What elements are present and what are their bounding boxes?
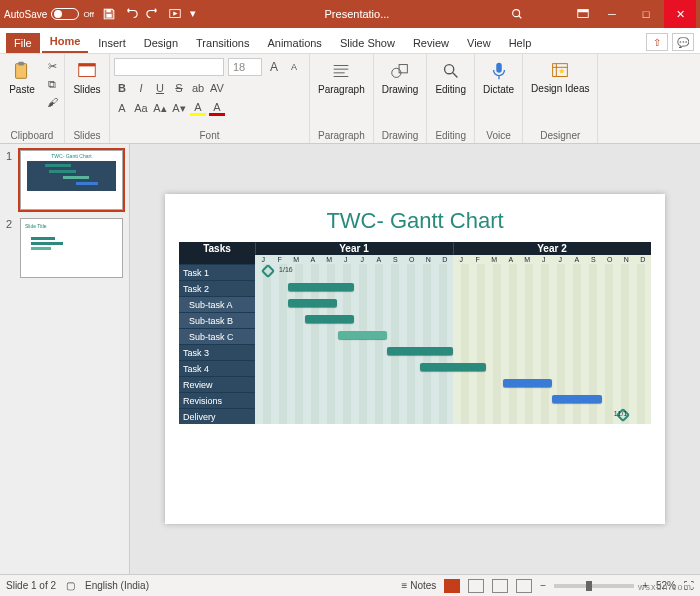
strike-button[interactable]: S	[171, 80, 187, 96]
gantt-row-label: Sub-task B	[179, 312, 255, 328]
quick-access-toolbar: AutoSave Off ▾	[4, 7, 204, 21]
workspace: 1 TWC- Gantt Chart 2 Slide Title	[0, 144, 700, 574]
slideshow-view-icon[interactable]	[516, 579, 532, 593]
clear-format-icon[interactable]: A	[114, 100, 130, 116]
tab-slideshow[interactable]: Slide Show	[332, 33, 403, 53]
slide[interactable]: TWC- Gantt Chart Tasks Year 1 Year 2 JFM…	[165, 194, 665, 524]
gantt-chart[interactable]: Tasks Year 1 Year 2 JFMAMJJASOND JFMAMJJ…	[179, 242, 651, 424]
editing-button[interactable]: Editing	[431, 58, 470, 97]
status-bar: Slide 1 of 2 ▢ English (India) ≡ Notes −…	[0, 574, 700, 596]
gantt-tasks-header: Tasks	[179, 242, 255, 255]
paste-button[interactable]: Paste	[4, 58, 40, 97]
slide-title[interactable]: TWC- Gantt Chart	[179, 208, 651, 234]
font-color-button[interactable]: A	[209, 100, 225, 116]
document-title: Presentatio...	[210, 8, 504, 20]
font-size-combo[interactable]: 18	[228, 58, 262, 76]
paragraph-button[interactable]: Paragraph	[314, 58, 369, 97]
shadow-button[interactable]: ab	[190, 80, 206, 96]
tab-file[interactable]: File	[6, 33, 40, 53]
group-slides: Slides Slides	[65, 54, 110, 143]
autosave-toggle[interactable]: AutoSave Off	[4, 8, 94, 20]
comments-button[interactable]: 💬	[672, 33, 694, 51]
notes-button[interactable]: ≡ Notes	[402, 580, 437, 591]
thumbnail-preview[interactable]: TWC- Gantt Chart	[20, 150, 123, 210]
toggle-track[interactable]	[51, 8, 79, 20]
maximize-button[interactable]: □	[630, 0, 662, 28]
tab-design[interactable]: Design	[136, 33, 186, 53]
group-font: 18 A A B I U S ab AV A Aa A▴ A▾ A A Font	[110, 54, 310, 143]
tab-help[interactable]: Help	[501, 33, 540, 53]
font-shrink-icon[interactable]: A▾	[171, 100, 187, 116]
bold-button[interactable]: B	[114, 80, 130, 96]
underline-button[interactable]: U	[152, 80, 168, 96]
close-button[interactable]: ✕	[664, 0, 696, 28]
cut-icon[interactable]: ✂	[44, 58, 60, 74]
thumbnail-preview[interactable]: Slide Title	[20, 218, 123, 278]
redo-icon[interactable]	[146, 7, 160, 21]
dictate-button[interactable]: Dictate	[479, 58, 518, 97]
group-voice: Dictate Voice	[475, 54, 523, 143]
shrink-font-icon[interactable]: A	[286, 59, 302, 75]
svg-rect-3	[578, 10, 589, 13]
char-spacing-button[interactable]: AV	[209, 80, 225, 96]
minimize-button[interactable]: ─	[596, 0, 628, 28]
group-drawing: Drawing Drawing	[374, 54, 428, 143]
undo-icon[interactable]	[124, 7, 138, 21]
svg-rect-12	[553, 64, 568, 77]
gantt-months-y1: JFMAMJJASOND	[255, 255, 453, 264]
ribbon-display-icon[interactable]	[576, 7, 590, 21]
tab-insert[interactable]: Insert	[90, 33, 134, 53]
italic-button[interactable]: I	[133, 80, 149, 96]
gantt-year1-header: Year 1	[255, 242, 453, 255]
zoom-slider[interactable]	[554, 584, 634, 588]
language-status[interactable]: English (India)	[85, 580, 149, 591]
ribbon: Paste ✂ ⧉ 🖌 Clipboard Slides Slides 18 A…	[0, 54, 700, 144]
highlight-color-button[interactable]: A	[190, 100, 206, 116]
reading-view-icon[interactable]	[492, 579, 508, 593]
autosave-state: Off	[83, 10, 94, 19]
tab-transitions[interactable]: Transitions	[188, 33, 257, 53]
change-case-button[interactable]: Aa	[133, 100, 149, 116]
thumbnail-2[interactable]: 2 Slide Title	[6, 218, 123, 278]
ribbon-tabs: File Home Insert Design Transitions Anim…	[0, 28, 700, 54]
group-paragraph: Paragraph Paragraph	[310, 54, 374, 143]
tab-review[interactable]: Review	[405, 33, 457, 53]
slide-count[interactable]: Slide 1 of 2	[6, 580, 56, 591]
thumbnail-1[interactable]: 1 TWC- Gantt Chart	[6, 150, 123, 210]
accessibility-icon[interactable]: ▢	[66, 580, 75, 591]
dropdown-icon[interactable]: ▾	[190, 7, 204, 21]
grow-font-icon[interactable]: A	[266, 59, 282, 75]
gantt-row-label: Task 2	[179, 280, 255, 296]
normal-view-icon[interactable]	[444, 579, 460, 593]
slide-thumbnails-pane[interactable]: 1 TWC- Gantt Chart 2 Slide Title	[0, 144, 130, 574]
gantt-row-label: Task 3	[179, 344, 255, 360]
gantt-year2-header: Year 2	[453, 242, 651, 255]
zoom-out-icon[interactable]: −	[540, 580, 546, 591]
save-icon[interactable]	[102, 7, 116, 21]
slides-button[interactable]: Slides	[69, 58, 105, 97]
gantt-row-label: Task 1	[179, 264, 255, 280]
drawing-button[interactable]: Drawing	[378, 58, 423, 97]
format-painter-icon[interactable]: 🖌	[44, 94, 60, 110]
tab-animations[interactable]: Animations	[259, 33, 329, 53]
start-from-beginning-icon[interactable]	[168, 7, 182, 21]
group-editing: Editing Editing	[427, 54, 475, 143]
svg-rect-11	[496, 63, 502, 73]
gantt-row-label: Sub-task C	[179, 328, 255, 344]
font-grow-icon[interactable]: A▴	[152, 100, 168, 116]
svg-point-10	[444, 65, 453, 74]
share-button[interactable]: ⇧	[646, 33, 668, 51]
tab-view[interactable]: View	[459, 33, 499, 53]
gantt-months-y2: JFMAMJJASOND	[453, 255, 651, 264]
tab-home[interactable]: Home	[42, 31, 89, 53]
gantt-body: Task 11/16Task 2Sub-task ASub-task BSub-…	[179, 264, 651, 424]
sorter-view-icon[interactable]	[468, 579, 484, 593]
copy-icon[interactable]: ⧉	[44, 76, 60, 92]
gantt-row-label: Task 4	[179, 360, 255, 376]
gantt-row-label: Sub-task A	[179, 296, 255, 312]
design-ideas-button[interactable]: Design Ideas	[527, 58, 593, 96]
slide-canvas[interactable]: TWC- Gantt Chart Tasks Year 1 Year 2 JFM…	[130, 144, 700, 574]
font-name-combo[interactable]	[114, 58, 224, 76]
search-icon[interactable]	[510, 7, 524, 21]
gantt-row-label: Review	[179, 376, 255, 392]
